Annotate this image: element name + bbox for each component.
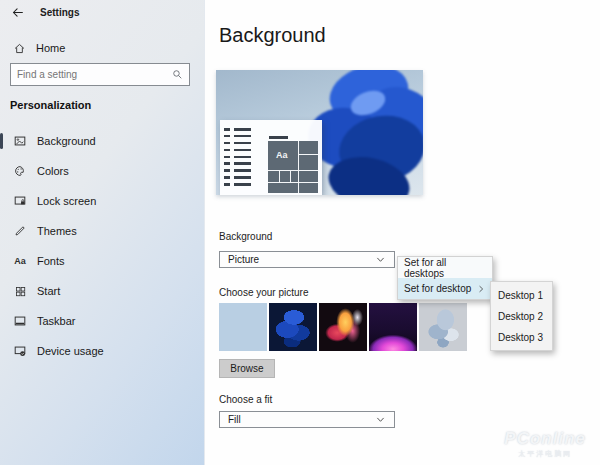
submenu-item-desktop-3[interactable]: Desktop 3 [491,327,552,348]
main-content: Background Aa Background Picture Choose … [204,0,600,465]
image-icon [13,134,27,148]
sidebar-item-device-usage[interactable]: Device usage [0,336,204,366]
desktop-submenu: Desktop 1 Desktop 2 Desktop 3 [490,281,553,351]
choose-picture-label: Choose your picture [219,287,309,298]
page-title: Background [219,24,326,47]
thumbnail-purple-glow[interactable] [369,303,417,351]
settings-mini-preview-card: Aa [220,120,322,195]
chevron-right-icon [476,284,486,294]
sidebar-item-label: Device usage [37,345,104,357]
sidebar-nav: Background Colors Lock screen Themes [0,126,204,366]
sidebar-item-label: Home [36,42,65,54]
browse-button[interactable]: Browse [219,359,275,378]
sidebar-item-lock-screen[interactable]: Lock screen [0,186,204,216]
search-icon[interactable] [172,69,183,80]
thumbnail-orange-flower[interactable] [319,303,367,351]
submenu-item-desktop-2[interactable]: Desktop 2 [491,306,552,327]
search-box [10,63,190,86]
fit-dropdown[interactable]: Fill [219,411,395,428]
search-input[interactable] [17,69,172,80]
thumbnail-bloom-blue-light[interactable] [219,303,267,351]
sidebar-item-taskbar[interactable]: Taskbar [0,306,204,336]
background-dropdown-label: Background [219,231,272,242]
context-menu: Set for all desktops Set for desktop [397,256,493,300]
mini-title-bar [269,136,288,139]
thumbnail-pale-blue-flower[interactable] [419,303,467,351]
taskbar-icon [13,314,27,328]
thumbnail-bloom-blue-dark[interactable] [269,303,317,351]
sidebar-item-start[interactable]: Start [0,276,204,306]
sidebar: Settings Home Personalization Background [0,0,204,465]
app-title: Settings [40,7,79,18]
mini-sidebar-lines [224,128,252,190]
brush-icon [13,224,27,238]
picture-thumbnails [219,303,467,351]
sidebar-item-label: Background [37,135,96,147]
sidebar-item-fonts[interactable]: Aa Fonts [0,246,204,276]
lock-screen-icon [13,194,27,208]
chevron-down-icon [375,254,386,265]
sidebar-item-label: Fonts [37,255,65,267]
watermark-brand: PConline [504,429,586,449]
choose-fit-label: Choose a fit [219,394,272,405]
fit-value: Fill [228,414,241,425]
chevron-down-icon [375,414,386,425]
sidebar-item-themes[interactable]: Themes [0,216,204,246]
mini-aa-label: Aa [276,150,288,160]
background-preview: Aa [216,70,423,195]
start-grid-icon [13,284,27,298]
back-button[interactable] [10,5,24,19]
fonts-icon: Aa [13,254,27,268]
sidebar-item-label: Taskbar [37,315,76,327]
menu-item-set-all-desktops[interactable]: Set for all desktops [398,257,492,278]
back-arrow-icon [11,6,24,19]
sidebar-item-label: Themes [37,225,77,237]
sidebar-item-label: Start [37,285,60,297]
menu-item-set-for-desktop[interactable]: Set for desktop [398,278,492,299]
settings-window: Settings Home Personalization Background [0,0,600,465]
device-usage-icon [13,344,27,358]
submenu-item-desktop-1[interactable]: Desktop 1 [491,285,552,306]
sidebar-item-colors[interactable]: Colors [0,156,204,186]
background-type-value: Picture [228,254,259,265]
background-type-dropdown[interactable]: Picture [219,251,395,268]
watermark-subtext: 太平洋电脑网 [504,449,586,459]
sidebar-section-heading: Personalization [10,99,91,111]
pconline-watermark: PConline 太平洋电脑网 [504,429,586,459]
sidebar-item-label: Lock screen [37,195,96,207]
palette-icon [13,164,27,178]
sidebar-item-home[interactable]: Home [12,38,192,58]
sidebar-item-label: Colors [37,165,69,177]
mini-tile-grid: Aa [268,141,318,193]
sidebar-item-background[interactable]: Background [0,126,204,156]
titlebar: Settings [10,4,79,20]
home-icon [12,41,26,55]
